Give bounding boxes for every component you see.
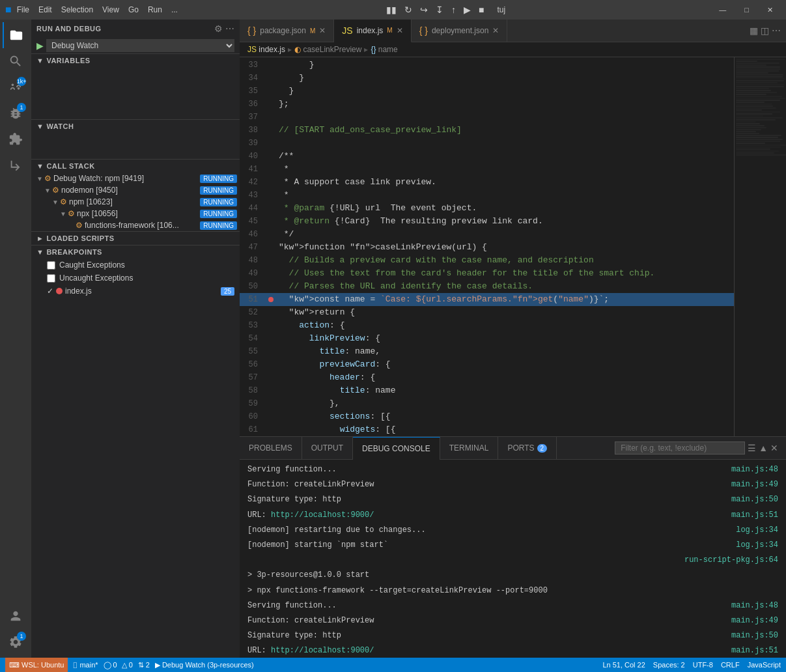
debug-continue[interactable]: ▶: [461, 3, 473, 16]
code-line-44[interactable]: 44 * @param {!URL} url The event object.: [240, 202, 734, 215]
console-link-13[interactable]: main.js:51: [731, 645, 778, 657]
panel-tab-problems[interactable]: PROBLEMS: [240, 437, 302, 460]
panel-tab-debug-console[interactable]: DEBUG CONSOLE: [353, 437, 440, 460]
code-line-38[interactable]: 38// [START add_ons_case_preview_link]: [240, 124, 734, 137]
call-stack-header[interactable]: ▼ CALL STACK: [31, 160, 240, 173]
tab-close-deployment-json[interactable]: ✕: [492, 26, 499, 35]
console-link-5[interactable]: log.js:34: [736, 539, 778, 552]
variables-header[interactable]: ▼ VARIABLES: [31, 54, 240, 67]
activity-source-control[interactable]: 1k+: [3, 74, 29, 100]
call-stack-item-0[interactable]: ▼ ⚙ Debug Watch: npm [9419] RUNNING: [31, 173, 240, 184]
breadcrumb-item-2[interactable]: {} name: [371, 45, 397, 54]
bp-caught-exceptions[interactable]: Caught Exceptions: [31, 259, 240, 272]
play-button[interactable]: ▶: [36, 40, 44, 51]
code-line-52[interactable]: 52 "kw">return {: [240, 306, 734, 319]
code-line-48[interactable]: 48 // Builds a preview card with the cas…: [240, 254, 734, 267]
bp-uncaught-exceptions[interactable]: Uncaught Exceptions: [31, 272, 240, 285]
split-editor-icon[interactable]: ▦: [750, 25, 758, 36]
debug-step-over[interactable]: ↪: [417, 3, 430, 16]
activity-settings[interactable]: 1: [3, 629, 29, 655]
status-debug-session[interactable]: ▶ Debug Watch (3p-resources): [155, 661, 254, 669]
activity-explorer[interactable]: [3, 22, 29, 48]
status-debug-item[interactable]: ⌨ WSL: Ubuntu: [5, 658, 68, 672]
status-sync[interactable]: ⇅ 2: [138, 661, 150, 669]
code-line-33[interactable]: 33 }: [240, 59, 734, 72]
code-line-34[interactable]: 34 }: [240, 72, 734, 85]
console-link-11[interactable]: main.js:49: [731, 615, 778, 627]
activity-remote[interactable]: [3, 152, 29, 178]
code-line-42[interactable]: 42 * A support case link preview.: [240, 176, 734, 189]
menu-more[interactable]: ...: [171, 5, 178, 14]
tab-package-json[interactable]: { } package.json M ✕: [240, 20, 334, 42]
status-branch[interactable]: ⌷ main*: [73, 661, 98, 669]
status-position[interactable]: Ln 51, Col 22: [602, 661, 645, 669]
menu-file[interactable]: File: [17, 5, 29, 14]
code-line-58[interactable]: 58 title: name: [240, 384, 734, 397]
status-language[interactable]: JavaScript: [748, 661, 781, 669]
code-line-43[interactable]: 43 *: [240, 189, 734, 202]
activity-extensions[interactable]: [3, 126, 29, 152]
breadcrumb-item-0[interactable]: JS index.js: [247, 45, 285, 54]
call-stack-item-4[interactable]: ⚙ functions-framework [106... RUNNING: [31, 219, 240, 231]
code-area[interactable]: 32 "kw">return res."fn">json("fn">caseLi…: [240, 57, 734, 436]
bp-uncaught-checkbox[interactable]: [47, 274, 55, 283]
window-maximize[interactable]: □: [737, 6, 757, 14]
menu-go[interactable]: Go: [128, 5, 139, 14]
panel-tab-output[interactable]: OUTPUT: [302, 437, 353, 460]
debug-step-into[interactable]: ↧: [433, 3, 446, 16]
console-link-2[interactable]: main.js:50: [731, 494, 778, 506]
code-line-61[interactable]: 61 widgets: [{: [240, 423, 734, 436]
panel-tab-ports[interactable]: PORTS 2: [498, 437, 557, 460]
breadcrumb-item-1[interactable]: ◐ caseLinkPreview: [294, 45, 361, 54]
window-minimize[interactable]: —: [711, 6, 734, 14]
loaded-scripts-header[interactable]: ► LOADED SCRIPTS: [31, 232, 240, 245]
tab-index-js[interactable]: JS index.js M ✕: [334, 20, 411, 42]
code-line-37[interactable]: 37: [240, 111, 734, 124]
code-line-41[interactable]: 41 *: [240, 163, 734, 176]
console-link-0[interactable]: main.js:48: [731, 464, 778, 476]
code-line-47[interactable]: 47"kw">function "fn">caseLinkPreview(url…: [240, 241, 734, 254]
debug-pause[interactable]: ▮▮: [384, 3, 399, 16]
console-link-1[interactable]: main.js:49: [731, 479, 778, 491]
code-line-50[interactable]: 50 // Parses the URL and identify the ca…: [240, 280, 734, 293]
watch-header[interactable]: ▼ WATCH: [31, 120, 240, 133]
filter-input[interactable]: [615, 441, 745, 455]
status-encoding[interactable]: UTF-8: [693, 661, 713, 669]
menu-selection[interactable]: Selection: [61, 5, 93, 14]
code-line-54[interactable]: 54 linkPreview: {: [240, 332, 734, 345]
tab-close-package-json[interactable]: ✕: [319, 26, 326, 35]
status-spaces[interactable]: Spaces: 2: [653, 661, 685, 669]
tabs-more-icon[interactable]: ⋯: [772, 25, 781, 36]
menu-run[interactable]: Run: [148, 5, 162, 14]
debug-watch-select[interactable]: Debug Watch: [46, 39, 234, 52]
code-line-59[interactable]: 59 },: [240, 397, 734, 410]
console-link-4[interactable]: log.js:34: [736, 524, 778, 537]
console-link-3[interactable]: main.js:51: [731, 509, 778, 522]
menu-view[interactable]: View: [102, 5, 119, 14]
tab-close-index-js[interactable]: ✕: [397, 26, 403, 35]
menu-edit[interactable]: Edit: [38, 5, 52, 14]
bp-caught-checkbox[interactable]: [47, 261, 55, 270]
code-line-55[interactable]: 55 title: name,: [240, 345, 734, 358]
code-line-60[interactable]: 60 sections: [{: [240, 410, 734, 423]
code-line-45[interactable]: 45 * @return {!Card} The resulting previ…: [240, 215, 734, 228]
code-line-39[interactable]: 39: [240, 137, 734, 150]
call-stack-item-1[interactable]: ▼ ⚙ nodemon [9450] RUNNING: [31, 184, 240, 196]
code-line-56[interactable]: 56 previewCard: {: [240, 358, 734, 371]
window-close[interactable]: ✕: [759, 6, 781, 14]
call-stack-item-2[interactable]: ▼ ⚙ npm [10623] RUNNING: [31, 196, 240, 208]
tab-layout-icon[interactable]: ◫: [761, 25, 769, 36]
code-line-35[interactable]: 35 }: [240, 85, 734, 98]
code-line-40[interactable]: 40/**: [240, 150, 734, 163]
code-line-57[interactable]: 57 header: {: [240, 371, 734, 384]
panel-tab-terminal[interactable]: TERMINAL: [440, 437, 499, 460]
panel-collapse-icon[interactable]: ▲: [759, 443, 768, 453]
breakpoints-header[interactable]: ▼ BREAKPOINTS: [31, 245, 240, 259]
console-link-12[interactable]: main.js:50: [731, 630, 778, 642]
code-line-46[interactable]: 46 */: [240, 228, 734, 241]
debug-step-out[interactable]: ↑: [449, 3, 458, 16]
code-line-49[interactable]: 49 // Uses the text from the card's head…: [240, 267, 734, 280]
debug-restart[interactable]: ↻: [402, 3, 415, 16]
code-line-51[interactable]: 51 "kw">const name = `Case: ${url.search…: [240, 293, 734, 306]
activity-search[interactable]: [3, 48, 29, 74]
